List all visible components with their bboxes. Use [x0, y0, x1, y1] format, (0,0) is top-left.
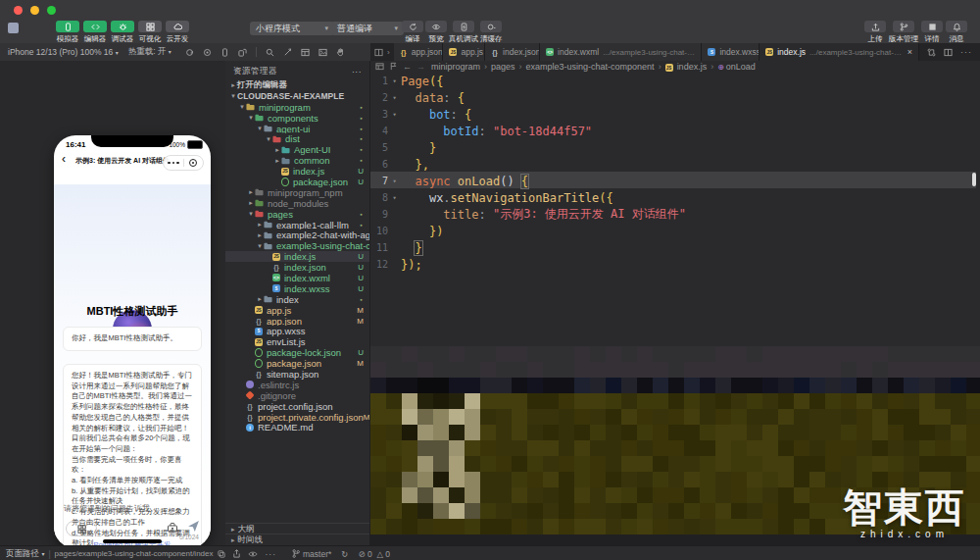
code-line[interactable]: 10 }): [370, 223, 980, 239]
code-line[interactable]: 6 },: [370, 156, 980, 173]
tree-item-.gitignore[interactable]: .gitignore: [225, 390, 369, 401]
layout-icon[interactable]: [301, 48, 310, 57]
tree-item-dist[interactable]: ▾dist●: [225, 133, 369, 144]
compile-mode-dropdown[interactable]: 普通编译▾: [331, 22, 404, 35]
tree-item-miniprogram[interactable]: ▾miniprogram●: [225, 102, 369, 113]
tree-item-package-lock.json[interactable]: package-lock.jsonU: [225, 347, 369, 358]
tree-item-project.config.json[interactable]: {}project.config.json: [225, 401, 369, 412]
toolbar-button-可视化[interactable]: 可视化: [138, 21, 162, 44]
explorer-menu-button[interactable]: ···: [352, 67, 362, 76]
tab-index.json[interactable]: {}index.json: [485, 43, 540, 61]
toolbar-button-消息[interactable]: 消息: [946, 21, 967, 44]
toolbar-button-云开发[interactable]: 云开发: [166, 21, 189, 44]
tree-item-README.md[interactable]: iREADME.md: [225, 423, 369, 433]
share-icon[interactable]: [232, 549, 241, 558]
git-branch-indicator[interactable]: master*: [292, 549, 331, 559]
tree-item-index[interactable]: ▸index●: [225, 294, 369, 305]
toolbar-button-编辑器[interactable]: 编辑器: [83, 21, 107, 44]
tree-item-index.js[interactable]: JSindex.jsU: [225, 166, 369, 177]
tree-item-package.json[interactable]: package.jsonU: [225, 177, 369, 187]
tree-item-app.js[interactable]: JSapp.jsM: [225, 305, 369, 316]
device-selector[interactable]: iPhone 12/13 (Pro) 100% 16 ▾: [8, 47, 119, 57]
tree-item-components[interactable]: ▾components●: [225, 113, 369, 124]
nav-forward-icon[interactable]: →: [416, 62, 425, 72]
minimize-capsule-button[interactable]: [184, 159, 204, 167]
quick-options-button[interactable]: [66, 521, 97, 536]
timeline-section[interactable]: ▸时间线: [225, 534, 369, 545]
mode-dropdown[interactable]: 小程序模式▾: [250, 22, 334, 35]
breadcrumb-item[interactable]: JSindex.js: [665, 62, 708, 73]
tab-index.wxss[interactable]: Sindex.wxss: [702, 43, 760, 61]
eye-icon[interactable]: [248, 550, 258, 558]
editor-more-icon[interactable]: ···: [960, 47, 972, 57]
zoom-window-button[interactable]: [47, 6, 56, 15]
fold-chevron-icon[interactable]: ▾: [388, 178, 401, 185]
tree-item-Agent-UI[interactable]: ▸Agent-UI●: [225, 144, 369, 155]
tree-item-envList.js[interactable]: JSenvList.js: [225, 336, 369, 347]
minimize-window-button[interactable]: [30, 6, 39, 15]
tab-app.js[interactable]: JSapp.js: [443, 43, 485, 61]
tab-app.json[interactable]: {}app.json: [394, 43, 444, 61]
profile-icon[interactable]: [283, 48, 292, 57]
breadcrumb-item[interactable]: example3-using-chat-component: [526, 62, 655, 72]
tree-item-index.wxml[interactable]: <>index.wxmlU: [225, 273, 369, 283]
sync-button[interactable]: ↻: [341, 549, 348, 559]
code-line[interactable]: 7▾ async onLoad() {: [370, 173, 980, 189]
search-icon[interactable]: [266, 48, 274, 57]
back-button[interactable]: ‹: [62, 153, 66, 165]
toolbar-button-详情[interactable]: 详情: [921, 21, 943, 44]
toolbar-button-调试器[interactable]: 调试器: [111, 21, 134, 44]
tree-item-app.wxss[interactable]: Sapp.wxss: [225, 326, 369, 336]
hand-icon[interactable]: [336, 48, 345, 57]
editor-scrollbar-marker[interactable]: [972, 173, 976, 186]
restart-icon[interactable]: [185, 48, 194, 57]
more-menu-button[interactable]: [164, 162, 183, 165]
tree-section-打开的编辑器[interactable]: ▸打开的编辑器: [225, 80, 369, 91]
fold-chevron-icon[interactable]: ▾: [388, 194, 401, 202]
toolbar-button-真机调试[interactable]: 真机调试: [449, 21, 478, 44]
tree-item-index.wxss[interactable]: Sindex.wxssU: [225, 283, 369, 294]
hot-reload-toggle[interactable]: 热重载: 开 ▾: [128, 46, 172, 58]
phone-outline-icon[interactable]: [220, 48, 229, 57]
tree-item-agent-ui[interactable]: ▾agent-ui●: [225, 124, 369, 134]
tree-item-package.json[interactable]: package.jsonM: [225, 358, 369, 369]
nav-back-icon[interactable]: ←: [403, 62, 412, 72]
statusbar-more-button[interactable]: ···: [265, 549, 276, 559]
tab-layout-icons[interactable]: ›: [370, 43, 394, 61]
toolbar-button-预览[interactable]: 预览: [425, 21, 447, 44]
code-line[interactable]: 12});: [370, 256, 980, 273]
code-line[interactable]: 1▾Page({: [370, 73, 980, 89]
close-window-button[interactable]: [14, 6, 23, 15]
image-icon[interactable]: [318, 48, 327, 57]
tree-item-app.json[interactable]: {}app.jsonM: [225, 316, 369, 327]
fold-chevron-icon[interactable]: ▾: [388, 94, 401, 102]
code-line[interactable]: 3▾ bot: {: [370, 106, 980, 123]
tab-index.wxml[interactable]: <>index.wxml.../example3-using-chat-comp…: [540, 43, 702, 61]
toolbar-button-版本管理[interactable]: 版本管理: [889, 21, 918, 44]
breadcrumb-item[interactable]: ⊕onLoad: [717, 62, 756, 72]
compare-changes-icon[interactable]: [927, 43, 936, 61]
tab-index.js[interactable]: JSindex.js.../example3-using-chat-compon…: [760, 43, 919, 61]
target-icon[interactable]: [203, 48, 212, 57]
tree-item-example2-chat-with-agent[interactable]: ▸example2-chat-with-agent: [225, 229, 369, 240]
breadcrumb-item[interactable]: pages: [491, 62, 515, 72]
bookmark-icon[interactable]: [389, 62, 398, 73]
tree-item-example3-using-chat-co...[interactable]: ▾example3-using-chat-co...●: [225, 240, 369, 251]
tree-item-pages[interactable]: ▾pages●: [225, 209, 369, 220]
close-icon[interactable]: ×: [907, 47, 912, 57]
breadcrumb-item[interactable]: miniprogram: [431, 62, 480, 72]
toolbar-button-模拟器[interactable]: 模拟器: [56, 21, 79, 44]
code-line[interactable]: 9 title: "示例3: 使用云开发 AI 对话组件": [370, 206, 980, 223]
panel-grid-icon[interactable]: [375, 62, 384, 73]
code-line[interactable]: 11 }: [370, 239, 980, 256]
tree-item-.eslintrc.js[interactable]: .eslintrc.js: [225, 380, 369, 390]
toolbox-button[interactable]: [167, 520, 178, 537]
code-line[interactable]: 4 botId: "bot-18d44f57": [370, 123, 980, 139]
chat-input[interactable]: 请将您遇到的问题告诉我: [64, 503, 150, 514]
tree-item-index.json[interactable]: {}index.jsonU: [225, 262, 369, 273]
tree-item-sitemap.json[interactable]: {}sitemap.json: [225, 369, 369, 380]
tree-item-node_modules[interactable]: ▸node_modules: [225, 198, 369, 209]
tree-item-example1-call-llm[interactable]: ▸example1-call-llm●: [225, 220, 369, 230]
problems-indicator[interactable]: ⊘ 0 △ 0: [358, 549, 390, 559]
fold-chevron-icon[interactable]: ▾: [388, 111, 401, 119]
